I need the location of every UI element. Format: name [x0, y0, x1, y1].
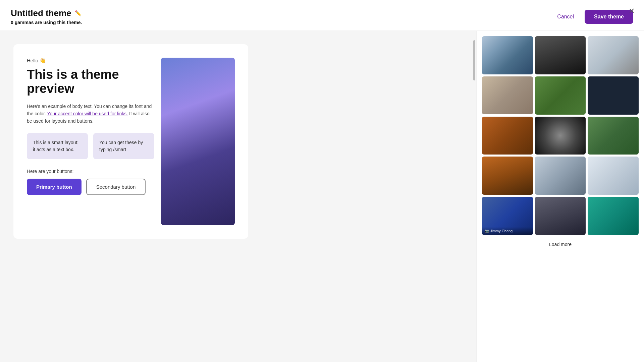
modal-title-row: Untitled theme ✏️	[11, 8, 82, 18]
modal-actions: Cancel Save theme	[552, 10, 633, 24]
buttons-label: Here are your buttons:	[27, 169, 154, 174]
secondary-button-preview[interactable]: Secondary button	[86, 179, 146, 195]
primary-button-preview[interactable]: Primary button	[27, 179, 82, 195]
image-thumb-12[interactable]: 📷 Jimmy Chang	[482, 197, 533, 235]
subtitle-text: gammas are using this theme.	[15, 20, 82, 25]
modal-title-area: Untitled theme ✏️ 0 gammas are using thi…	[11, 8, 82, 25]
scrollbar-thumb	[473, 40, 475, 80]
image-thumb-3[interactable]	[482, 76, 533, 115]
preview-card: Hello 👋 This is a theme preview Here's a…	[13, 44, 248, 239]
image-thumb-5[interactable]	[588, 76, 639, 115]
preview-scrollbar[interactable]	[473, 34, 476, 362]
modal-content: Hello 👋 This is a theme preview Here's a…	[0, 31, 644, 362]
image-thumb-9[interactable]	[482, 157, 533, 195]
modal-subtitle: 0 gammas are using this theme.	[11, 20, 82, 25]
preview-body: Here's an example of body text. You can …	[27, 103, 154, 125]
image-thumb-1[interactable]	[535, 36, 586, 74]
image-thumb-6[interactable]	[482, 117, 533, 155]
preview-heading: This is a theme preview	[27, 68, 154, 96]
image-thumb-4[interactable]	[535, 76, 586, 115]
smart-box-2: You can get these by typing /smart	[93, 133, 154, 159]
load-more-button[interactable]: Load more	[482, 235, 639, 254]
preview-hello: Hello 👋	[27, 58, 154, 64]
cancel-button[interactable]: Cancel	[552, 10, 579, 23]
image-thumb-14[interactable]	[588, 197, 639, 235]
preview-area: Hello 👋 This is a theme preview Here's a…	[0, 31, 476, 362]
image-thumb-13[interactable]	[535, 197, 586, 235]
preview-buttons: Primary button Secondary button	[27, 179, 154, 195]
image-thumb-8[interactable]	[588, 117, 639, 155]
smart-box-1: This is a smart layout: it acts as a tex…	[27, 133, 88, 159]
image-picker[interactable]: 📷 Jimmy Chang Load more	[476, 31, 644, 362]
modal-close-button[interactable]: ✕	[629, 7, 635, 15]
gammas-count: 0	[11, 20, 13, 25]
smart-boxes: This is a smart layout: it acts as a tex…	[27, 133, 154, 159]
image-thumb-10[interactable]	[535, 157, 586, 195]
save-theme-button[interactable]: Save theme	[585, 10, 633, 24]
image-thumb-2[interactable]	[588, 36, 639, 74]
edit-title-icon[interactable]: ✏️	[75, 10, 82, 16]
preview-text-section: Hello 👋 This is a theme preview Here's a…	[27, 58, 161, 225]
image-thumb-11[interactable]	[588, 157, 639, 195]
preview-card-inner: Hello 👋 This is a theme preview Here's a…	[27, 58, 235, 225]
theme-name: Untitled theme	[11, 8, 71, 18]
theme-modal: Untitled theme ✏️ 0 gammas are using thi…	[0, 0, 644, 362]
preview-background-image	[161, 58, 235, 225]
image-thumb-7[interactable]	[535, 117, 586, 155]
image-credit-12: 📷 Jimmy Chang	[482, 227, 533, 235]
image-thumb-0[interactable]	[482, 36, 533, 74]
modal-header: Untitled theme ✏️ 0 gammas are using thi…	[0, 0, 644, 31]
image-grid: 📷 Jimmy Chang	[482, 36, 639, 235]
preview-link[interactable]: Your accent color will be used for links…	[47, 111, 128, 116]
